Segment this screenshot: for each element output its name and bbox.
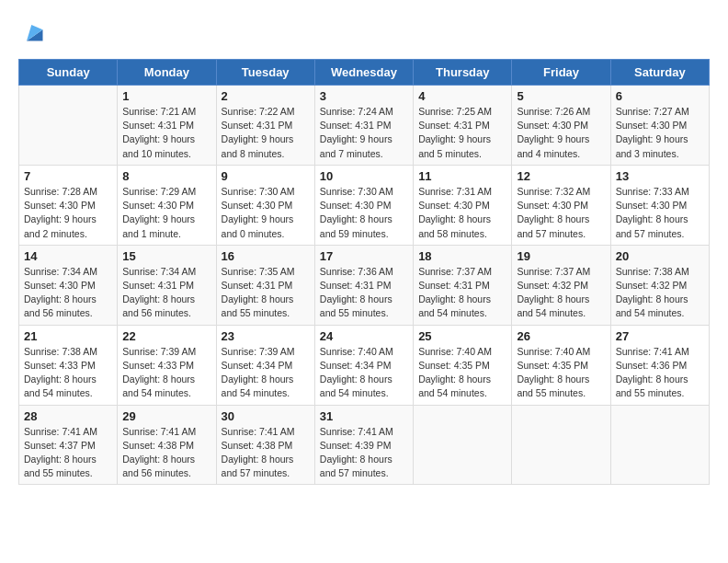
day-number: 1 (122, 89, 210, 103)
week-row-5: 28Sunrise: 7:41 AMSunset: 4:37 PMDayligh… (19, 405, 710, 485)
calendar-cell: 19Sunrise: 7:37 AMSunset: 4:32 PMDayligh… (512, 245, 610, 325)
calendar-cell: 14Sunrise: 7:34 AMSunset: 4:30 PMDayligh… (19, 245, 118, 325)
cell-sun-info: Sunrise: 7:39 AMSunset: 4:33 PMDaylight:… (122, 345, 210, 401)
day-number: 9 (222, 169, 310, 183)
day-number: 4 (418, 89, 506, 103)
weekday-monday: Monday (118, 60, 216, 86)
cell-sun-info: Sunrise: 7:34 AMSunset: 4:30 PMDaylight:… (24, 265, 112, 321)
calendar-cell: 6Sunrise: 7:27 AMSunset: 4:30 PMDaylight… (610, 86, 709, 166)
weekday-header-row: SundayMondayTuesdayWednesdayThursdayFrid… (19, 60, 710, 86)
cell-sun-info: Sunrise: 7:40 AMSunset: 4:34 PMDaylight:… (320, 345, 408, 401)
cell-sun-info: Sunrise: 7:34 AMSunset: 4:31 PMDaylight:… (122, 265, 210, 321)
calendar-cell: 22Sunrise: 7:39 AMSunset: 4:33 PMDayligh… (118, 325, 216, 405)
calendar-cell: 23Sunrise: 7:39 AMSunset: 4:34 PMDayligh… (216, 325, 314, 405)
day-number: 10 (320, 169, 408, 183)
calendar-cell: 1Sunrise: 7:21 AMSunset: 4:31 PMDaylight… (118, 86, 216, 166)
cell-sun-info: Sunrise: 7:32 AMSunset: 4:30 PMDaylight:… (517, 185, 605, 241)
calendar-cell: 8Sunrise: 7:29 AMSunset: 4:30 PMDaylight… (118, 165, 216, 245)
calendar-table: SundayMondayTuesdayWednesdayThursdayFrid… (18, 59, 710, 485)
cell-sun-info: Sunrise: 7:41 AMSunset: 4:38 PMDaylight:… (122, 425, 210, 481)
calendar-cell: 17Sunrise: 7:36 AMSunset: 4:31 PMDayligh… (314, 245, 413, 325)
cell-sun-info: Sunrise: 7:33 AMSunset: 4:30 PMDaylight:… (616, 185, 704, 241)
day-number: 11 (418, 169, 506, 183)
day-number: 5 (517, 89, 605, 103)
day-number: 8 (122, 169, 210, 183)
cell-sun-info: Sunrise: 7:30 AMSunset: 4:30 PMDaylight:… (222, 185, 310, 241)
cell-sun-info: Sunrise: 7:36 AMSunset: 4:31 PMDaylight:… (320, 265, 408, 321)
cell-sun-info: Sunrise: 7:37 AMSunset: 4:32 PMDaylight:… (517, 265, 605, 321)
page-header (18, 18, 710, 44)
calendar-cell: 18Sunrise: 7:37 AMSunset: 4:31 PMDayligh… (414, 245, 512, 325)
calendar-cell: 7Sunrise: 7:28 AMSunset: 4:30 PMDaylight… (19, 165, 118, 245)
day-number: 24 (320, 329, 408, 343)
day-number: 3 (320, 89, 408, 103)
calendar-cell: 21Sunrise: 7:38 AMSunset: 4:33 PMDayligh… (19, 325, 118, 405)
cell-sun-info: Sunrise: 7:26 AMSunset: 4:30 PMDaylight:… (517, 105, 605, 161)
day-number: 22 (122, 329, 210, 343)
cell-sun-info: Sunrise: 7:30 AMSunset: 4:30 PMDaylight:… (320, 185, 408, 241)
calendar-cell: 26Sunrise: 7:40 AMSunset: 4:35 PMDayligh… (512, 325, 610, 405)
calendar-cell: 31Sunrise: 7:41 AMSunset: 4:39 PMDayligh… (314, 405, 413, 485)
day-number: 14 (24, 249, 112, 263)
cell-sun-info: Sunrise: 7:22 AMSunset: 4:31 PMDaylight:… (222, 105, 310, 161)
day-number: 19 (517, 249, 605, 263)
day-number: 15 (122, 249, 210, 263)
calendar-body: 1Sunrise: 7:21 AMSunset: 4:31 PMDaylight… (19, 86, 710, 485)
day-number: 29 (122, 409, 210, 423)
day-number: 20 (616, 249, 704, 263)
calendar-cell: 2Sunrise: 7:22 AMSunset: 4:31 PMDaylight… (216, 86, 314, 166)
calendar-cell: 13Sunrise: 7:33 AMSunset: 4:30 PMDayligh… (610, 165, 709, 245)
calendar-cell (19, 86, 118, 166)
cell-sun-info: Sunrise: 7:41 AMSunset: 4:36 PMDaylight:… (616, 345, 704, 401)
cell-sun-info: Sunrise: 7:41 AMSunset: 4:39 PMDaylight:… (320, 425, 408, 481)
weekday-saturday: Saturday (610, 60, 709, 86)
cell-sun-info: Sunrise: 7:40 AMSunset: 4:35 PMDaylight:… (418, 345, 506, 401)
week-row-4: 21Sunrise: 7:38 AMSunset: 4:33 PMDayligh… (19, 325, 710, 405)
day-number: 7 (24, 169, 112, 183)
calendar-cell: 20Sunrise: 7:38 AMSunset: 4:32 PMDayligh… (610, 245, 709, 325)
calendar-cell: 3Sunrise: 7:24 AMSunset: 4:31 PMDaylight… (314, 86, 413, 166)
day-number: 2 (222, 89, 310, 103)
calendar-cell: 12Sunrise: 7:32 AMSunset: 4:30 PMDayligh… (512, 165, 610, 245)
day-number: 13 (616, 169, 704, 183)
cell-sun-info: Sunrise: 7:21 AMSunset: 4:31 PMDaylight:… (122, 105, 210, 161)
cell-sun-info: Sunrise: 7:35 AMSunset: 4:31 PMDaylight:… (222, 265, 310, 321)
weekday-wednesday: Wednesday (314, 60, 413, 86)
day-number: 31 (320, 409, 408, 423)
week-row-2: 7Sunrise: 7:28 AMSunset: 4:30 PMDaylight… (19, 165, 710, 245)
calendar-cell: 29Sunrise: 7:41 AMSunset: 4:38 PMDayligh… (118, 405, 216, 485)
cell-sun-info: Sunrise: 7:29 AMSunset: 4:30 PMDaylight:… (122, 185, 210, 241)
logo-icon (20, 18, 46, 44)
day-number: 18 (418, 249, 506, 263)
calendar-cell: 11Sunrise: 7:31 AMSunset: 4:30 PMDayligh… (414, 165, 512, 245)
cell-sun-info: Sunrise: 7:41 AMSunset: 4:37 PMDaylight:… (24, 425, 112, 481)
day-number: 27 (616, 329, 704, 343)
day-number: 12 (517, 169, 605, 183)
calendar-cell: 9Sunrise: 7:30 AMSunset: 4:30 PMDaylight… (216, 165, 314, 245)
calendar-cell: 4Sunrise: 7:25 AMSunset: 4:31 PMDaylight… (414, 86, 512, 166)
day-number: 28 (24, 409, 112, 423)
calendar-cell: 27Sunrise: 7:41 AMSunset: 4:36 PMDayligh… (610, 325, 709, 405)
weekday-thursday: Thursday (414, 60, 512, 86)
calendar-cell (512, 405, 610, 485)
day-number: 23 (222, 329, 310, 343)
weekday-tuesday: Tuesday (216, 60, 314, 86)
cell-sun-info: Sunrise: 7:31 AMSunset: 4:30 PMDaylight:… (418, 185, 506, 241)
cell-sun-info: Sunrise: 7:39 AMSunset: 4:34 PMDaylight:… (222, 345, 310, 401)
day-number: 6 (616, 89, 704, 103)
calendar-cell: 16Sunrise: 7:35 AMSunset: 4:31 PMDayligh… (216, 245, 314, 325)
calendar-cell: 25Sunrise: 7:40 AMSunset: 4:35 PMDayligh… (414, 325, 512, 405)
calendar-cell: 15Sunrise: 7:34 AMSunset: 4:31 PMDayligh… (118, 245, 216, 325)
week-row-3: 14Sunrise: 7:34 AMSunset: 4:30 PMDayligh… (19, 245, 710, 325)
calendar-cell: 5Sunrise: 7:26 AMSunset: 4:30 PMDaylight… (512, 86, 610, 166)
calendar-cell: 10Sunrise: 7:30 AMSunset: 4:30 PMDayligh… (314, 165, 413, 245)
day-number: 21 (24, 329, 112, 343)
cell-sun-info: Sunrise: 7:24 AMSunset: 4:31 PMDaylight:… (320, 105, 408, 161)
calendar-cell: 24Sunrise: 7:40 AMSunset: 4:34 PMDayligh… (314, 325, 413, 405)
day-number: 17 (320, 249, 408, 263)
cell-sun-info: Sunrise: 7:27 AMSunset: 4:30 PMDaylight:… (616, 105, 704, 161)
day-number: 30 (222, 409, 310, 423)
calendar-cell: 30Sunrise: 7:41 AMSunset: 4:38 PMDayligh… (216, 405, 314, 485)
week-row-1: 1Sunrise: 7:21 AMSunset: 4:31 PMDaylight… (19, 86, 710, 166)
calendar-cell (414, 405, 512, 485)
